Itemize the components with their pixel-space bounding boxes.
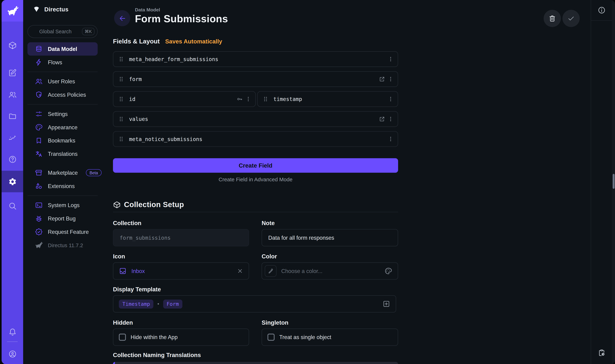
activity-sidebar-button[interactable] <box>598 349 606 357</box>
field-row-timestamp[interactable]: timestamp <box>257 91 398 107</box>
rabbit-logo-icon <box>6 5 18 17</box>
sidebar-item-settings[interactable]: Settings <box>28 107 98 121</box>
display-template-label: Display Template <box>113 286 161 292</box>
drag-handle-icon[interactable] <box>118 116 124 122</box>
singleton-checkbox-field[interactable]: Treat as single object <box>262 329 398 346</box>
directus-logo[interactable] <box>2 0 23 22</box>
module-content[interactable] <box>2 35 23 56</box>
template-chip-timestamp: Timestamp <box>119 299 154 308</box>
field-row-meta-notice[interactable]: meta_notice_submissions <box>113 131 398 147</box>
create-field-button[interactable]: Create Field <box>113 158 398 173</box>
palette-button[interactable] <box>384 267 392 275</box>
module-files[interactable] <box>2 105 23 127</box>
translations-row-partial[interactable] <box>113 362 398 364</box>
kebab-menu-icon[interactable] <box>388 136 394 142</box>
fields-layout-title: Fields & Layout <box>113 38 160 45</box>
sidebar-item-bookmarks[interactable]: Bookmarks <box>28 134 98 147</box>
module-settings[interactable] <box>2 171 23 192</box>
sidebar-item-label: Translations <box>48 151 78 157</box>
sidebar-item-translations[interactable]: Translations <box>28 147 98 161</box>
advanced-mode-link[interactable]: Create Field in Advanced Mode <box>113 177 398 182</box>
key-icon <box>237 96 243 102</box>
project-name: Directus <box>44 6 69 12</box>
note-input[interactable] <box>267 234 392 241</box>
icon-field[interactable]: Inbox <box>113 262 249 280</box>
notifications-button[interactable] <box>2 321 23 343</box>
sidebar-item-marketplace[interactable]: Marketplace Beta <box>28 166 98 179</box>
sidebar-item-flows[interactable]: Flows <box>28 56 98 69</box>
sidebar-item-system-logs[interactable]: System Logs <box>28 199 98 212</box>
drag-handle-icon[interactable] <box>118 96 124 102</box>
translate-icon <box>35 150 43 158</box>
drag-handle-icon[interactable] <box>262 96 269 102</box>
sidebar-item-request-feature[interactable]: Request Feature <box>28 225 98 238</box>
field-name: meta_notice_submissions <box>129 136 202 142</box>
sidebar-item-access-policies[interactable]: Access Policies <box>28 88 98 102</box>
display-template-field[interactable]: Timestamp • Form <box>113 295 396 312</box>
color-field[interactable] <box>262 262 398 280</box>
module-insights[interactable] <box>2 127 23 148</box>
scrollbar-track[interactable] <box>612 0 615 364</box>
module-editor[interactable] <box>2 62 23 83</box>
sidebar-item-label: Marketplace <box>48 169 78 176</box>
save-button[interactable] <box>562 10 580 27</box>
shield-person-icon <box>35 91 43 99</box>
project-header[interactable]: Directus <box>33 5 69 13</box>
kebab-menu-icon[interactable] <box>388 116 394 122</box>
sidebar-item-extensions[interactable]: Extensions <box>28 179 98 193</box>
kebab-menu-icon[interactable] <box>388 76 394 82</box>
field-row-id[interactable]: id <box>113 91 256 107</box>
field-row-meta-header[interactable]: meta_header_form_submissions <box>113 51 398 67</box>
template-separator: • <box>157 301 159 307</box>
sidebar-item-label: Flows <box>48 59 62 65</box>
kebab-menu-icon[interactable] <box>388 56 394 62</box>
kebab-menu-icon[interactable] <box>388 96 394 102</box>
sidebar-item-label: Bookmarks <box>48 137 75 144</box>
drag-handle-icon[interactable] <box>118 76 124 82</box>
sidebar-item-user-roles[interactable]: User Roles <box>28 75 98 88</box>
sidebar-item-report-bug[interactable]: Report Bug <box>28 212 98 225</box>
fields-layout-header: Fields & Layout Saves Automatically <box>113 38 222 45</box>
global-search-input[interactable]: Global Search ⌘K <box>28 25 98 38</box>
module-help[interactable] <box>2 148 23 170</box>
folder-icon <box>8 112 17 120</box>
info-sidebar-button[interactable] <box>598 6 606 14</box>
delete-collection-button[interactable] <box>544 10 561 27</box>
drag-handle-icon[interactable] <box>118 56 124 62</box>
edit-icon <box>8 68 17 77</box>
directus-app: Directus Global Search ⌘K Data Model Flo… <box>0 0 615 364</box>
search-icon <box>8 201 17 210</box>
hidden-checkbox-field[interactable]: Hide within the App <box>113 329 249 346</box>
note-field[interactable] <box>262 229 398 246</box>
sidebar-item-label: System Logs <box>48 202 80 208</box>
user-menu-button[interactable] <box>2 343 23 364</box>
nav-divider <box>28 195 98 196</box>
box-icon <box>113 201 121 209</box>
field-row-form[interactable]: form <box>113 71 398 87</box>
eyedropper-button[interactable] <box>265 265 277 277</box>
field-row-values[interactable]: values <box>113 111 398 127</box>
module-search[interactable] <box>2 195 23 217</box>
add-field-button[interactable] <box>382 300 390 308</box>
drag-handle-icon[interactable] <box>118 136 124 142</box>
hidden-label: Hidden <box>113 319 249 326</box>
shapes-icon <box>35 182 43 190</box>
field-name: form <box>129 76 142 82</box>
scrollbar-thumb[interactable] <box>613 174 615 189</box>
external-link-icon <box>379 76 385 82</box>
hidden-checkbox[interactable] <box>119 334 126 341</box>
sidebar-item-label: Extensions <box>48 183 75 189</box>
sidebar-item-appearance[interactable]: Appearance <box>28 121 98 134</box>
singleton-checkbox[interactable] <box>267 334 275 341</box>
search-shortcut-badge: ⌘K <box>82 28 95 35</box>
field-name: values <box>129 116 148 122</box>
color-input[interactable] <box>280 267 384 275</box>
avatar-icon <box>8 350 17 358</box>
collection-input <box>119 234 243 241</box>
module-users[interactable] <box>2 84 23 105</box>
clear-icon-button[interactable] <box>237 268 243 274</box>
sidebar-item-data-model[interactable]: Data Model <box>28 42 98 56</box>
kebab-menu-icon[interactable] <box>245 96 251 102</box>
check-icon <box>567 14 575 22</box>
bug-icon <box>35 215 43 222</box>
